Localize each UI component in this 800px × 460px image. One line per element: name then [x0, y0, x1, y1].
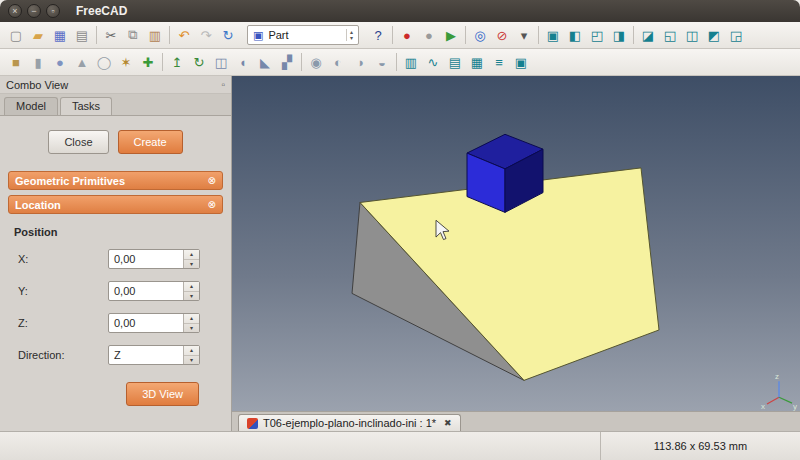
spin-up-icon[interactable]: ▴ [184, 314, 199, 324]
x-value[interactable]: 0,00 [109, 250, 183, 268]
whats-this-icon[interactable]: ? [367, 24, 389, 46]
direction-value[interactable]: Z [109, 346, 183, 364]
draw-style-icon[interactable]: ⊘ [491, 24, 513, 46]
macro-stop-icon[interactable]: ● [418, 24, 440, 46]
copy-icon[interactable]: ⧉ [122, 24, 144, 46]
print-icon[interactable]: ▤ [71, 24, 93, 46]
view-axonometric-icon[interactable]: ◩ [703, 24, 725, 46]
toolbar-part: ■▮●▲◯✶✚↥↻◫◖◣▞◉◐◑◒▥∿▤▦≡▣ [0, 49, 800, 76]
macro-play-icon[interactable]: ▶ [440, 24, 462, 46]
view-front-icon[interactable]: ◧ [564, 24, 586, 46]
minimize-window-button[interactable]: − [27, 4, 41, 18]
view-left-icon[interactable]: ◫ [681, 24, 703, 46]
create-button[interactable]: Create [118, 130, 183, 154]
part-ruled-surface-icon[interactable]: ▞ [276, 51, 298, 73]
refresh-icon[interactable]: ↻ [217, 24, 239, 46]
close-button[interactable]: Close [48, 130, 108, 154]
collapse-icon[interactable]: ⊗ [208, 175, 216, 186]
part-loft-icon[interactable]: ▥ [400, 51, 422, 73]
part-thickness-icon[interactable]: ▣ [510, 51, 532, 73]
direction-select[interactable]: Z ▴ ▾ [108, 345, 200, 365]
close-window-button[interactable]: × [8, 4, 22, 18]
part-boolean-icon[interactable]: ◉ [305, 51, 327, 73]
part-cone-icon[interactable]: ▲ [71, 51, 93, 73]
part-offset-icon[interactable]: ≡ [488, 51, 510, 73]
part-cylinder-icon[interactable]: ▮ [27, 51, 49, 73]
direction-dropdown-arrows[interactable]: ▴ ▾ [183, 346, 199, 364]
view-rear-icon[interactable]: ◪ [637, 24, 659, 46]
3d-scene[interactable]: x y z [232, 76, 800, 411]
open-document-icon[interactable]: ▰ [27, 24, 49, 46]
part-fillet-icon[interactable]: ◖ [232, 51, 254, 73]
spin-down-icon[interactable]: ▾ [184, 260, 199, 269]
zoom-fit-icon[interactable]: ◎ [469, 24, 491, 46]
new-document-icon[interactable]: ▢ [5, 24, 27, 46]
collapse-icon[interactable]: ⊗ [208, 199, 216, 210]
main-area: Combo View ▫ Model Tasks Close Create Ge… [0, 76, 800, 431]
y-value[interactable]: 0,00 [109, 282, 183, 300]
3d-view-button[interactable]: 3D View [126, 382, 199, 406]
view-sync-icon[interactable]: ◲ [725, 24, 747, 46]
undo-icon[interactable]: ↶ [173, 24, 195, 46]
3d-viewport[interactable]: x y z [232, 76, 800, 411]
tab-tasks[interactable]: Tasks [60, 97, 112, 115]
y-label: Y: [18, 285, 108, 297]
spin-down-icon[interactable]: ▾ [184, 292, 199, 301]
part-revolve-icon[interactable]: ↻ [188, 51, 210, 73]
macro-record-icon[interactable]: ● [396, 24, 418, 46]
view-right-icon[interactable]: ◨ [608, 24, 630, 46]
z-input[interactable]: 0,00 ▴ ▾ [108, 313, 200, 333]
spin-up-icon[interactable]: ▴ [184, 250, 199, 260]
document-tab[interactable]: T06-ejemplo-plano-inclinado-ini : 1* ✖ [238, 414, 461, 431]
section-geometric-primitives[interactable]: Geometric Primitives ⊗ [8, 171, 223, 190]
part-primitives-icon[interactable]: ✶ [115, 51, 137, 73]
form-row-z: Z: 0,00 ▴ ▾ [18, 313, 223, 333]
spin-up-icon[interactable]: ▴ [184, 282, 199, 292]
y-spinner[interactable]: ▴ ▾ [183, 282, 199, 300]
part-chamfer-icon[interactable]: ◣ [254, 51, 276, 73]
workbench-dropdown-arrows-icon[interactable]: ▴ ▾ [346, 29, 356, 41]
part-shapebuilder-icon[interactable]: ✚ [137, 51, 159, 73]
dock-icon[interactable]: ▫ [221, 79, 225, 90]
draw-style-caret-icon[interactable]: ▾ [513, 24, 535, 46]
part-common-icon[interactable]: ◒ [371, 51, 393, 73]
z-spinner[interactable]: ▴ ▾ [183, 314, 199, 332]
part-cross-sections-icon[interactable]: ▦ [466, 51, 488, 73]
part-mirror-icon[interactable]: ◫ [210, 51, 232, 73]
viewport-column: x y z T06-ejemplo-plano-inclinado-ini : … [232, 76, 800, 431]
toolbar-separator [96, 26, 97, 44]
toolbar-separator [301, 53, 302, 71]
part-sphere-icon[interactable]: ● [49, 51, 71, 73]
part-cut-icon[interactable]: ◐ [327, 51, 349, 73]
cut-icon[interactable]: ✂ [100, 24, 122, 46]
x-input[interactable]: 0,00 ▴ ▾ [108, 249, 200, 269]
part-sweep-icon[interactable]: ∿ [422, 51, 444, 73]
redo-icon[interactable]: ↷ [195, 24, 217, 46]
view-top-icon[interactable]: ◰ [586, 24, 608, 46]
paste-icon[interactable]: ▥ [144, 24, 166, 46]
document-tabstrip: T06-ejemplo-plano-inclinado-ini : 1* ✖ [232, 411, 800, 431]
spin-down-icon[interactable]: ▾ [184, 324, 199, 333]
part-section-icon[interactable]: ▤ [444, 51, 466, 73]
view-isometric-icon[interactable]: ▣ [542, 24, 564, 46]
spin-down-icon[interactable]: ▾ [184, 356, 199, 365]
part-box-icon[interactable]: ■ [5, 51, 27, 73]
section-location[interactable]: Location ⊗ [8, 195, 223, 214]
titlebar[interactable]: × − ▫ FreeCAD [0, 0, 800, 22]
part-union-icon[interactable]: ◑ [349, 51, 371, 73]
maximize-window-button[interactable]: ▫ [46, 4, 60, 18]
spin-down-icon[interactable]: ▾ [350, 35, 353, 41]
part-torus-icon[interactable]: ◯ [93, 51, 115, 73]
x-spinner[interactable]: ▴ ▾ [183, 250, 199, 268]
y-input[interactable]: 0,00 ▴ ▾ [108, 281, 200, 301]
spin-up-icon[interactable]: ▴ [184, 346, 199, 356]
combo-view-panel: Combo View ▫ Model Tasks Close Create Ge… [0, 76, 232, 431]
save-document-icon[interactable]: ▦ [49, 24, 71, 46]
workbench-selector[interactable]: ▣ Part ▴ ▾ [247, 25, 359, 45]
toolbar-separator [633, 26, 634, 44]
view-bottom-icon[interactable]: ◱ [659, 24, 681, 46]
tab-model[interactable]: Model [4, 97, 58, 115]
part-extrude-icon[interactable]: ↥ [166, 51, 188, 73]
z-value[interactable]: 0,00 [109, 314, 183, 332]
close-tab-icon[interactable]: ✖ [444, 418, 452, 428]
